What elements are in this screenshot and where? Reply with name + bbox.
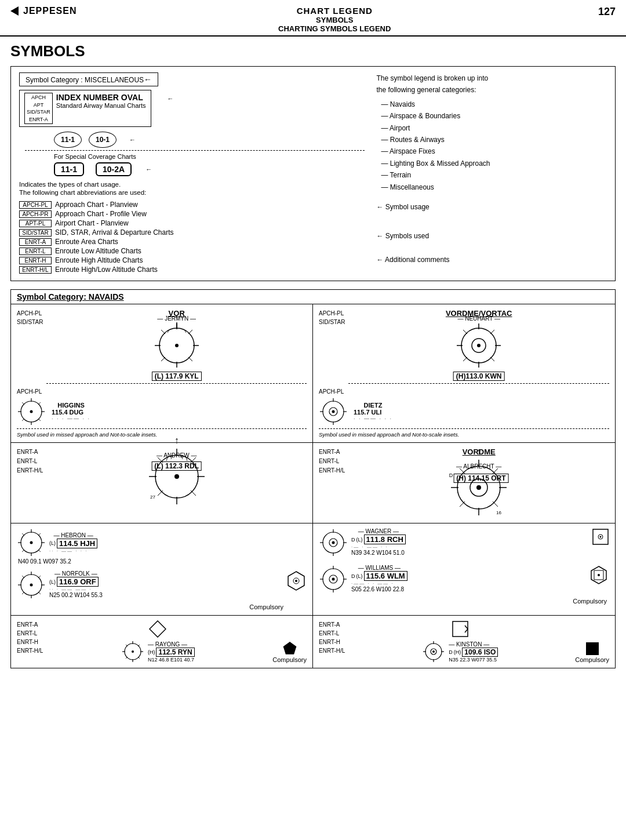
vordme-bottom-cell: ENRT-A ENRT-L ENRT-H ENRT-H/L <box>313 616 615 668</box>
vor-compulsory-bottom: Compulsory <box>272 656 307 663</box>
vor-lower-cell: — HEBRON — (L) 114.5 HJH ·· · —— · · · N… <box>11 523 313 615</box>
vordme-apch-pl-label: APCH-PL <box>319 388 609 395</box>
vor-station1-name: — JERMYN — <box>157 315 196 322</box>
symbols-right-panel: The symbol legend is broken up intothe f… <box>376 72 607 275</box>
vor-hebron-symbol <box>17 528 46 557</box>
vor-norfolk-freq: 116.9 ORF <box>57 577 99 587</box>
vordme-station2-freq: 115.7 ULI <box>354 409 392 416</box>
svg-point-40 <box>332 410 335 413</box>
navaids-section-header: Symbol Category: NAVAIDS <box>11 290 615 304</box>
vordme-wagner-symbol <box>319 528 348 557</box>
vor-top-cell: APCH-PLSID/STAR VOR <box>11 304 313 442</box>
svg-point-22 <box>30 410 33 413</box>
svg-point-33 <box>477 344 481 347</box>
description1: Indicates the types of chart usage. <box>19 181 365 188</box>
abbrev-row: SID/STAR SID, STAR, Arrival & Departure … <box>19 228 365 237</box>
index-oval-title: INDEX NUMBER OVAL <box>56 93 146 102</box>
additional-comments-label: ← Additional comments <box>376 254 607 266</box>
charting-symbols-title: CHARTING SYMBOLS LEGEND <box>77 24 592 33</box>
svg-point-97 <box>332 541 335 544</box>
description2: The following chart abbreviations are us… <box>19 189 365 196</box>
vordme-noncompulsory-symbol <box>452 620 469 638</box>
svg-point-87 <box>30 584 33 587</box>
vordme-enrt-cell: ENRT-A ENRT-L ENRT-H/L VORDME ↑ <box>313 443 615 523</box>
vordme-station2-name: DIETZ <box>354 402 392 409</box>
vordme-compulsory-symbol <box>585 641 600 656</box>
vor-compulsory-symbol <box>282 641 297 656</box>
vor-rayong-freq: 112.5 RYN <box>156 648 194 657</box>
abbrev-row: APT-PL Airport Chart - Planview <box>19 219 365 227</box>
svg-line-62 <box>460 501 465 507</box>
svg-text:27: 27 <box>150 494 155 500</box>
vordme-station1-freq: (H)113.0 KWN <box>453 372 505 381</box>
vordme-kinston-coords: N35 22.3 W077 35.5 <box>449 657 498 663</box>
vordme-kinston-freq: 109.6 ISO <box>462 648 498 657</box>
oval-10-1: 10-1 <box>89 132 117 148</box>
vordme-enrt-labels: ENRT-A ENRT-L ENRT-H/L <box>319 448 345 518</box>
vor-symbol <box>154 322 200 369</box>
category-airport: Airport <box>381 122 607 134</box>
svg-point-9 <box>175 344 179 347</box>
vor-norfolk-name: — NORFOLK — <box>49 570 103 577</box>
symbols-used-label: ← Symbols used <box>376 230 607 242</box>
svg-text:16: 16 <box>496 510 501 515</box>
symbols-intro-box: Symbol Category : MISCELLANEOUS← APCHAPT… <box>10 66 616 281</box>
svg-marker-122 <box>283 642 296 654</box>
vor-dme-hex-symbol <box>286 570 307 591</box>
vordme-small-symbol <box>319 397 348 426</box>
vordme-station2-note: Symbol used in missed approach and Not-t… <box>319 428 609 438</box>
abbreviation-table: APCH-PL Approach Chart - Planview APCH-P… <box>19 201 365 274</box>
svg-line-63 <box>493 501 498 507</box>
for-special-label: For Special Coverage Charts <box>54 153 365 160</box>
vordme-kinston-name: — KINSTON — <box>449 641 498 648</box>
vor-station3-freq: (L) 112.3 RDL <box>151 461 202 471</box>
vordme-station3-name: — ALBRECHT — <box>456 463 501 470</box>
vordme-williams-freq: 115.6 WLM <box>364 571 407 581</box>
oval-11-1: 11-1 <box>54 132 82 148</box>
category-terrain: Terrain <box>381 169 607 181</box>
apch-label-group: APCHAPTSID/STARENRT-A <box>24 93 53 124</box>
vor-compulsory-label: Compulsory <box>17 603 283 610</box>
logo-arrow-icon <box>10 6 19 16</box>
symbols-title: SYMBOLS <box>77 16 592 24</box>
vor-rayong-name: — RAYONG — <box>148 641 195 648</box>
svg-point-132 <box>432 650 435 653</box>
vor-chart-labels: APCH-PLSID/STAR <box>17 309 43 384</box>
vordme-wagner-coords: N39 34.2 W104 51.0 <box>351 550 406 556</box>
category-navaids: Navaids <box>381 99 607 110</box>
vor-norfolk-symbol <box>17 570 46 599</box>
vordme-williams-name: — WILLIAMS — <box>351 565 407 571</box>
category-fixes: Airspace Fixes <box>381 146 607 157</box>
svg-point-121 <box>132 650 134 653</box>
page-number: 127 <box>592 6 616 18</box>
vordme-station3-freq: (H) 114.15 ORT <box>453 474 508 483</box>
abbrev-row: ENRT-L Enroute Low Altitude Charts <box>19 247 365 255</box>
vordme-symbol <box>456 322 502 369</box>
svg-rect-133 <box>586 642 599 655</box>
vordme-williams-coords: S05 22.6 W100 22.8 <box>351 586 407 592</box>
svg-point-110 <box>598 574 600 576</box>
vor-diamond-symbol <box>149 620 166 638</box>
vor-small-symbol <box>17 397 46 426</box>
logo-text: JEPPESEN <box>23 6 77 16</box>
svg-line-47 <box>158 490 163 496</box>
chart-legend-title: CHART LEGEND <box>77 6 592 16</box>
vor-apch-pl-label: APCH-PL <box>17 388 307 395</box>
index-oval-subtitle: Standard Airway Manual Charts <box>56 102 146 109</box>
svg-point-100 <box>600 536 602 538</box>
svg-line-48 <box>191 490 196 496</box>
vordme-station1-name: — NEUHART — <box>457 315 500 322</box>
navaids-section: Symbol Category: NAVAIDS APCH-PLSID/STAR… <box>10 289 616 668</box>
abbrev-row: ENRT-H Enroute High Altitude Charts <box>19 256 365 264</box>
page-header: JEPPESEN CHART LEGEND SYMBOLS CHARTING S… <box>0 0 626 37</box>
symbols-left-panel: Symbol Category : MISCELLANEOUS← APCHAPT… <box>19 72 365 275</box>
category-lighting: Lighting Box & Missed Approach <box>381 158 607 169</box>
categories-list: Navaids Airspace & Boundaries Airport Ro… <box>376 99 607 193</box>
category-misc: Miscellaneous <box>381 181 607 193</box>
vor-enrt-labels: ENRT-A ENRT-L ENRT-H/L <box>17 448 43 507</box>
vor-rayong-coords: N12 46.8 E101 40.7 <box>148 657 195 663</box>
vordme-chart-labels: APCH-PLSID/STAR <box>319 309 345 384</box>
vor-station3-name: — ANDREW — <box>156 452 196 459</box>
abbrev-row: APCH-PL Approach Chart - Planview <box>19 201 365 209</box>
vordme-wagner-name: — WAGNER — <box>351 528 406 534</box>
